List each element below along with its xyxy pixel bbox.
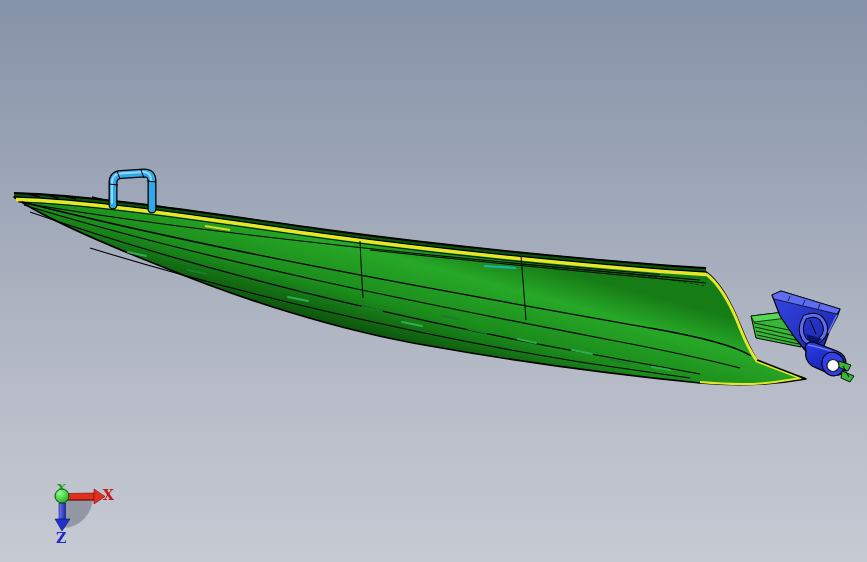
triad-origin-ball-icon <box>55 489 69 503</box>
cad-viewport[interactable]: Y X Z <box>0 0 867 562</box>
viewport-canvas: Y X Z <box>0 0 867 562</box>
hull-body[interactable] <box>14 197 806 385</box>
triad-x-label: X <box>103 487 114 503</box>
origin-triad: Y X Z <box>55 482 114 546</box>
hub-hole <box>827 360 839 372</box>
boat-model[interactable] <box>14 193 806 385</box>
triad-z-label: Z <box>56 530 66 546</box>
triad-y-label: Y <box>56 482 67 490</box>
